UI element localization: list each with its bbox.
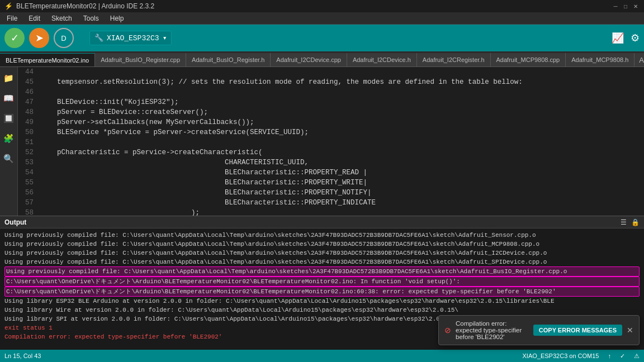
chevron-down-icon: ▾	[163, 34, 167, 42]
close-button[interactable]: ✕	[632, 2, 640, 10]
tab-3[interactable]: Adafruit_I2CDevice.cpp	[271, 53, 347, 66]
serial-monitor-button[interactable]: ⚙	[631, 32, 640, 44]
serial-plotter-button[interactable]: 📈	[612, 32, 624, 44]
line-content: );	[38, 208, 644, 216]
menu-tools[interactable]: Tools	[81, 13, 101, 23]
line-content: pServer->setCallbacks(new MyServerCallba…	[38, 117, 644, 127]
line-number: 51	[18, 137, 38, 147]
code-line-54: 54 BLECharacteristic::PROPERTY_READ |	[18, 168, 644, 178]
line-number: 54	[18, 168, 38, 178]
output-line: Using library Wire at version 2.0.0 in f…	[4, 306, 640, 315]
tab-7[interactable]: Adafruit_MCP9808.h	[566, 53, 634, 66]
minimize-button[interactable]: ─	[612, 2, 619, 10]
menu-edit[interactable]: Edit	[26, 13, 42, 23]
line-number: 57	[18, 198, 38, 208]
code-editor-area: 4445 tempsensor.setResolution(3); // set…	[18, 67, 644, 216]
line-content: BLECharacteristic::PROPERTY_NOTIFY|	[38, 188, 644, 198]
output-line: C:\Users\quant\OneDrive\ドキュメント\Arduino\B…	[4, 287, 640, 297]
code-line-55: 55 BLECharacteristic::PROPERTY_WRITE|	[18, 178, 644, 188]
code-line-53: 53 CHARACTERISTIC_UUID,	[18, 158, 644, 168]
line-number: 48	[18, 107, 38, 117]
line-number: 45	[18, 77, 38, 87]
code-line-52: 52 pCharacteristic = pService->createCha…	[18, 147, 644, 158]
line-number: 44	[18, 67, 38, 77]
line-number: 52	[18, 147, 38, 158]
code-editor[interactable]: 4445 tempsensor.setResolution(3); // set…	[18, 67, 644, 216]
menu-file[interactable]: File	[4, 13, 20, 23]
line-content: BLECharacteristic::PROPERTY_READ |	[38, 168, 644, 178]
verify-button[interactable]: ✓	[4, 28, 25, 48]
menu-sketch[interactable]: Sketch	[49, 13, 74, 23]
line-number: 56	[18, 188, 38, 198]
sidebar: 📁 📖 🔲 🧩 🔍	[0, 67, 18, 216]
toast-message: Compilation error: expected type-specifi…	[456, 320, 529, 340]
code-line-45: 45 tempsensor.setResolution(3); // sets …	[18, 77, 644, 87]
board-icon: 🔧	[94, 34, 103, 42]
line-content: BLECharacteristic::PROPERTY_WRITE|	[38, 178, 644, 188]
code-line-48: 48 pServer = BLEDevice::createServer();	[18, 107, 644, 117]
upload-button[interactable]: ➤	[29, 28, 49, 48]
sidebar-icon-boards[interactable]: 🧩	[2, 132, 16, 145]
code-line-58: 58 );	[18, 208, 644, 216]
code-line-49: 49 pServer->setCallbacks(new MyServerCal…	[18, 117, 644, 127]
line-content: BLECharacteristic::PROPERTY_INDICATE	[38, 198, 644, 208]
output-line: Using library ESP32 BLE Arduino at versi…	[4, 297, 640, 306]
code-line-56: 56 BLECharacteristic::PROPERTY_NOTIFY|	[18, 188, 644, 198]
sidebar-icon-search[interactable]: 🔍	[2, 152, 16, 165]
line-content: BLEService *pService = pServer->createSe…	[38, 127, 644, 137]
line-number: 47	[18, 97, 38, 107]
sidebar-icon-debug[interactable]: 🔲	[2, 112, 16, 125]
menu-help[interactable]: Help	[108, 13, 126, 23]
line-number: 50	[18, 127, 38, 137]
status-bar: Ln 15, Col 43 XIAO_ESP32C3 on COM15 ↑ ✓ …	[0, 350, 644, 362]
output-line: Using previously compiled file: C:\Users…	[4, 249, 640, 258]
output-lock-icon[interactable]: 🔒	[631, 218, 640, 226]
line-content	[38, 137, 644, 147]
code-line-50: 50 BLEService *pService = pServer->creat…	[18, 127, 644, 137]
error-icon: ⊘	[444, 326, 451, 335]
toast-close-button[interactable]: ✕	[627, 326, 633, 335]
maximize-button[interactable]: □	[622, 2, 629, 10]
tab-4[interactable]: Adafruit_I2CDevice.h	[347, 53, 417, 66]
output-section: Output ☰ 🔒 Using previously compiled fil…	[0, 216, 644, 350]
sidebar-icon-folder[interactable]: 📁	[2, 72, 16, 85]
line-number: 58	[18, 208, 38, 216]
tab-overflow[interactable]: Adafruit_SPIDevice.cpp ···	[634, 53, 644, 66]
toolbar: ✓ ➤ D 🔧 XIAO_ESP32C3 ▾ 📈 ⚙	[0, 25, 644, 51]
status-warning-icon: ⚠	[634, 353, 640, 360]
copy-error-button[interactable]: COPY ERROR MESSAGES	[533, 325, 622, 336]
line-number: 49	[18, 117, 38, 127]
line-content: CHARACTERISTIC_UUID,	[38, 158, 644, 168]
line-number: 55	[18, 178, 38, 188]
debug-button[interactable]: D	[54, 28, 74, 48]
window-title: BLETemperatureMonitor02 | Arduino IDE 2.…	[16, 2, 154, 10]
line-content	[38, 87, 644, 97]
code-line-46: 46	[18, 87, 644, 97]
code-line-57: 57 BLECharacteristic::PROPERTY_INDICATE	[18, 198, 644, 208]
output-line: Using previously compiled file: C:\Users…	[4, 231, 640, 240]
tab-6[interactable]: Adafruit_MCP9808.cpp	[491, 53, 566, 66]
tab-0[interactable]: BLETemperatureMonitor02.ino	[0, 53, 95, 66]
status-board: XIAO_ESP32C3 on COM15	[523, 353, 599, 359]
board-selector[interactable]: 🔧 XIAO_ESP32C3 ▾	[89, 31, 172, 45]
output-menu-icon[interactable]: ☰	[621, 218, 627, 226]
tab-bar: BLETemperatureMonitor02.ino Adafruit_Bus…	[0, 51, 644, 67]
status-check-icon: ✓	[620, 353, 625, 360]
error-toast: ⊘ Compilation error: expected type-speci…	[438, 315, 640, 345]
tab-1[interactable]: Adafruit_BusIO_Register.cpp	[95, 53, 186, 66]
output-line: Using previously compiled file: C:\Users…	[4, 240, 640, 249]
title-bar: ⚡ BLETemperatureMonitor02 | Arduino IDE …	[0, 0, 644, 12]
line-content: BLEDevice::init("KojiESP32");	[38, 97, 644, 107]
sidebar-icon-book[interactable]: 📖	[2, 92, 16, 105]
output-label: Output	[4, 218, 26, 226]
app-icon: ⚡	[4, 2, 13, 10]
status-upload-icon[interactable]: ↑	[608, 353, 612, 359]
status-position: Ln 15, Col 43	[4, 353, 41, 359]
tab-2[interactable]: Adafruit_BusIO_Register.h	[186, 53, 271, 66]
output-line: Using previously compiled file: C:\Users…	[4, 258, 640, 266]
board-name: XIAO_ESP32C3	[107, 34, 159, 42]
tab-5[interactable]: Adafruit_I2CRegister.h	[417, 53, 491, 66]
output-line: C:\Users\quant\OneDrive\ドキュメント\Arduino\B…	[4, 277, 640, 287]
main-layout: 📁 📖 🔲 🧩 🔍 4445 tempsensor.setResolution(…	[0, 67, 644, 216]
line-number: 46	[18, 87, 38, 97]
